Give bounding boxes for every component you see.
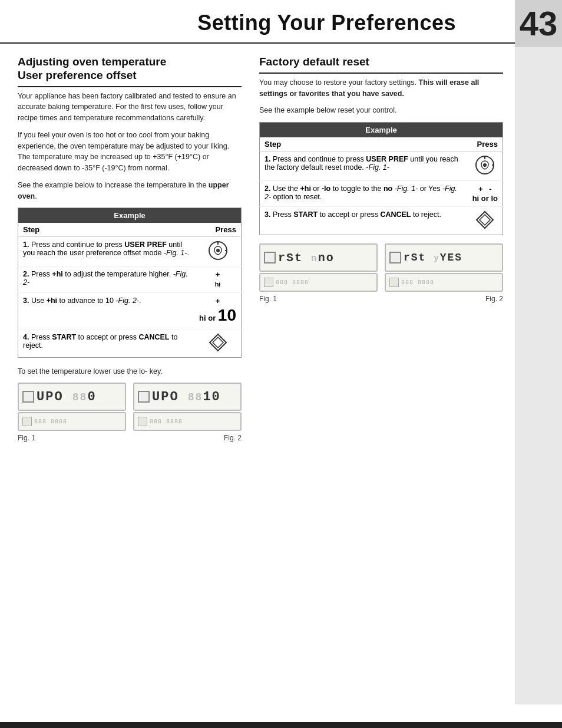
plus-hi-label: +hi: [199, 270, 236, 288]
right-para1: You may choose to restore your factory s…: [259, 77, 503, 100]
right-plus-minus-hi-lo: + -hi or lo: [472, 185, 498, 203]
left-fig-captions: Fig. 1 Fig. 2: [18, 432, 242, 443]
right-para2: See the example below reset your control…: [259, 105, 503, 116]
main-content: Adjusting oven temperature User preferen…: [0, 44, 515, 459]
left-fig2-sub-lcd: 888 8888: [133, 412, 242, 431]
right-lcd-square-1: [264, 252, 276, 263]
left-fig1-text: UPO 880: [37, 390, 97, 404]
left-column: Adjusting oven temperature User preferen…: [0, 55, 253, 447]
page-number-tab: 43: [515, 0, 562, 47]
left-col-headers: Step Press: [18, 223, 242, 237]
left-fig1-sub-display: 888 8888: [18, 412, 126, 431]
left-example-table: Example Step Press 1. Press and continue…: [18, 207, 242, 357]
left-fig1-sub-lcd: 888 8888: [18, 412, 126, 431]
left-fig2-display: UPO 8810: [133, 383, 242, 411]
right-fig1-lcd: rSt nno: [259, 243, 378, 272]
right-sidebar: [515, 47, 562, 704]
right-fig1-sub-display: 888 8888: [259, 273, 378, 292]
right-fig1-caption: Fig. 1: [259, 295, 277, 303]
right-step-2: 2. Use the +hi or -lo to toggle to the n…: [260, 181, 503, 207]
right-fig2-text: rSt yYES: [404, 252, 462, 263]
right-lcd-sub-square-1: [264, 278, 273, 287]
plus-hi-10-label: +hi or 10: [199, 297, 236, 325]
left-fig1-lcd: UPO 880: [18, 383, 126, 411]
start-icon: [209, 333, 227, 352]
left-para1: Your appliance has been factory calibrat…: [18, 91, 242, 124]
left-fig2-text: UPO 8810: [152, 390, 221, 404]
left-step-2: 2. Press +hi to adjust the temperature h…: [18, 266, 242, 292]
right-fig1-sub-lcd: 888 8888: [259, 273, 378, 292]
right-fig2-lcd: rSt yYES: [385, 243, 503, 272]
lcd-sub-square-2: [138, 417, 147, 426]
left-section-title: Adjusting oven temperature User preferen…: [18, 55, 242, 87]
svg-point-9: [483, 163, 487, 167]
svg-point-3: [216, 249, 220, 252]
right-fig-captions: Fig. 1 Fig. 2: [259, 293, 503, 304]
lcd-sub-square-1: [22, 417, 32, 426]
page-number: 43: [520, 6, 558, 41]
right-column: Factory default reset You may choose to …: [253, 55, 515, 447]
left-para3: See the example below to increase the te…: [18, 180, 242, 202]
left-step-4: 4. Press START to accept or press CANCEL…: [18, 329, 242, 357]
left-table-header: Example: [18, 208, 242, 223]
right-fig2-sub-lcd: 888 8888: [385, 273, 503, 292]
page-footer: [0, 722, 562, 728]
right-fig-pair-bottom: 888 8888 888 8888: [259, 273, 503, 292]
left-fig2-sub-display: 888 8888: [133, 412, 242, 431]
left-fig-pair-top: UPO 880 UPO 8810: [18, 383, 242, 411]
left-fig1-display: UPO 880: [18, 383, 126, 411]
right-fig2-sub-display: 888 8888: [385, 273, 503, 292]
lcd-square-1: [22, 391, 34, 403]
userpref-icon: [208, 241, 228, 261]
right-lcd-sub-square-2: [389, 278, 399, 287]
right-col-headers: Step Press: [260, 137, 503, 151]
left-para2: If you feel your oven is too hot or too …: [18, 130, 242, 174]
page-header: Setting Your Preferences: [0, 0, 515, 44]
right-fig1-text: rSt nno: [278, 251, 335, 265]
right-start-icon: [475, 210, 494, 229]
lcd-square-2: [138, 391, 150, 403]
right-table-header: Example: [260, 123, 503, 138]
left-step-3: 3. Use +hi to advance to 10 -Fig. 2-. +h…: [18, 292, 242, 329]
left-figures: UPO 880 UPO 8810 888 8888: [18, 383, 242, 443]
right-fig2-caption: Fig. 2: [485, 295, 503, 303]
right-figures: rSt nno rSt yYES 888 8888: [259, 243, 503, 304]
left-fig2-caption: Fig. 2: [224, 434, 242, 442]
right-fig1-display: rSt nno: [259, 243, 378, 272]
page-title: Setting Your Preferences: [18, 11, 456, 35]
left-fig2-lcd: UPO 8810: [133, 383, 242, 411]
left-fig1-caption: Fig. 1: [18, 434, 35, 442]
right-fig-pair-top: rSt nno rSt yYES: [259, 243, 503, 272]
left-note: To set the temperature lower use the lo-…: [18, 366, 242, 377]
right-userpref-icon: [475, 155, 495, 175]
right-lcd-square-2: [389, 252, 401, 263]
left-step-1: 1. Press and continue to press USER PREF…: [18, 237, 242, 266]
right-step-1: 1. Press and continue to press USER PREF…: [260, 151, 503, 181]
right-example-table: Example Step Press 1. Press and continue…: [259, 122, 503, 235]
left-fig-pair-bottom: 888 8888 888 8888: [18, 412, 242, 431]
right-step-3: 3. Press START to accept or press CANCEL…: [260, 207, 503, 235]
right-section-title: Factory default reset: [259, 55, 503, 74]
right-fig2-display: rSt yYES: [385, 243, 503, 272]
